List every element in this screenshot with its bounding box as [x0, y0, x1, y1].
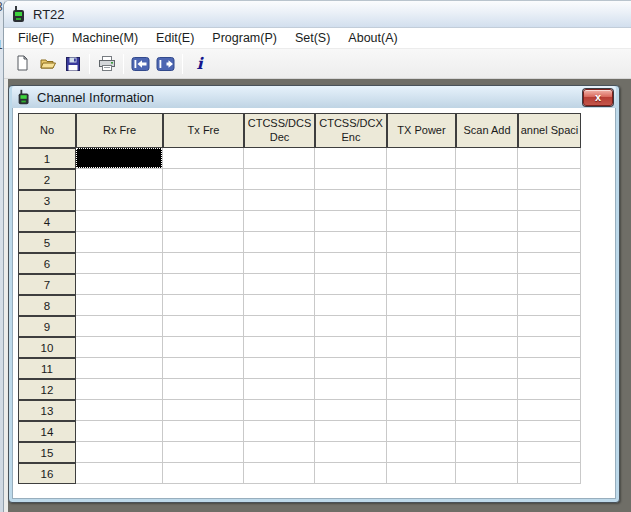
- grid-cell[interactable]: [315, 379, 387, 400]
- grid-cell[interactable]: [518, 190, 581, 211]
- grid-cell[interactable]: [456, 400, 518, 421]
- grid-cell[interactable]: [456, 316, 518, 337]
- grid-cell[interactable]: [76, 148, 163, 169]
- grid-cell[interactable]: [76, 379, 163, 400]
- grid-cell[interactable]: [315, 148, 387, 169]
- grid-cell[interactable]: [518, 148, 581, 169]
- menu-about[interactable]: About(A): [339, 29, 406, 47]
- print-button[interactable]: [94, 52, 119, 76]
- grid-cell[interactable]: [387, 379, 456, 400]
- grid-cell[interactable]: [315, 358, 387, 379]
- grid-cell[interactable]: [76, 232, 163, 253]
- grid-cell[interactable]: [244, 316, 315, 337]
- about-info-button[interactable]: i: [187, 52, 212, 76]
- grid-cell[interactable]: [315, 295, 387, 316]
- menu-edit[interactable]: Edit(E): [147, 29, 203, 47]
- grid-cell[interactable]: [76, 358, 163, 379]
- grid-cell[interactable]: [518, 295, 581, 316]
- grid-cell[interactable]: [244, 337, 315, 358]
- grid-cell[interactable]: [163, 379, 244, 400]
- grid-cell[interactable]: [518, 358, 581, 379]
- grid-cell[interactable]: [518, 274, 581, 295]
- row-number-cell[interactable]: 16: [18, 463, 76, 484]
- close-button[interactable]: x: [583, 89, 613, 106]
- row-number-cell[interactable]: 15: [18, 442, 76, 463]
- grid-cell[interactable]: [244, 274, 315, 295]
- grid-cell[interactable]: [244, 190, 315, 211]
- column-header-ctcss-dcx-enc[interactable]: CTCSS/DCX Enc: [315, 113, 387, 148]
- grid-cell[interactable]: [76, 211, 163, 232]
- write-to-radio-button[interactable]: [153, 52, 178, 76]
- grid-cell[interactable]: [315, 253, 387, 274]
- grid-cell[interactable]: [518, 232, 581, 253]
- grid-cell[interactable]: [387, 421, 456, 442]
- menu-set[interactable]: Set(S): [286, 29, 339, 47]
- grid-cell[interactable]: [163, 295, 244, 316]
- grid-cell[interactable]: [244, 358, 315, 379]
- grid-cell[interactable]: [456, 190, 518, 211]
- grid-cell[interactable]: [163, 337, 244, 358]
- grid-cell[interactable]: [456, 232, 518, 253]
- grid-cell[interactable]: [163, 421, 244, 442]
- row-number-cell[interactable]: 9: [18, 316, 76, 337]
- grid-cell[interactable]: [315, 463, 387, 484]
- grid-cell[interactable]: [163, 358, 244, 379]
- new-file-button[interactable]: [10, 52, 35, 76]
- column-header-tx-fre[interactable]: Tx Fre: [163, 113, 244, 148]
- row-number-cell[interactable]: 3: [18, 190, 76, 211]
- grid-cell[interactable]: [76, 442, 163, 463]
- grid-cell[interactable]: [387, 232, 456, 253]
- grid-cell[interactable]: [387, 316, 456, 337]
- row-number-cell[interactable]: 8: [18, 295, 76, 316]
- main-titlebar[interactable]: RT22: [4, 1, 631, 28]
- channel-window-titlebar[interactable]: Channel Information x: [12, 86, 616, 108]
- menu-machine[interactable]: Machine(M): [63, 29, 147, 47]
- grid-cell[interactable]: [163, 442, 244, 463]
- read-from-radio-button[interactable]: [128, 52, 153, 76]
- grid-cell[interactable]: [244, 295, 315, 316]
- grid-cell[interactable]: [456, 169, 518, 190]
- grid-cell[interactable]: [163, 232, 244, 253]
- row-number-cell[interactable]: 10: [18, 337, 76, 358]
- row-number-cell[interactable]: 11: [18, 358, 76, 379]
- grid-cell[interactable]: [315, 190, 387, 211]
- grid-cell[interactable]: [315, 337, 387, 358]
- grid-cell[interactable]: [456, 379, 518, 400]
- open-file-button[interactable]: [35, 52, 60, 76]
- menu-file[interactable]: File(F): [9, 29, 63, 47]
- row-number-cell[interactable]: 7: [18, 274, 76, 295]
- grid-cell[interactable]: [76, 295, 163, 316]
- grid-cell[interactable]: [315, 316, 387, 337]
- grid-cell[interactable]: [387, 463, 456, 484]
- grid-cell[interactable]: [518, 253, 581, 274]
- row-number-cell[interactable]: 14: [18, 421, 76, 442]
- column-header-scan-add[interactable]: Scan Add: [456, 113, 518, 148]
- grid-cell[interactable]: [315, 442, 387, 463]
- menu-program[interactable]: Program(P): [203, 29, 286, 47]
- grid-cell[interactable]: [244, 421, 315, 442]
- grid-cell[interactable]: [76, 190, 163, 211]
- grid-cell[interactable]: [244, 169, 315, 190]
- grid-cell[interactable]: [387, 358, 456, 379]
- grid-cell[interactable]: [76, 400, 163, 421]
- column-header-ctcss-dcs-dec[interactable]: CTCSS/DCS Dec: [244, 113, 315, 148]
- grid-cell[interactable]: [163, 400, 244, 421]
- grid-cell[interactable]: [456, 253, 518, 274]
- grid-cell[interactable]: [387, 400, 456, 421]
- grid-cell[interactable]: [387, 337, 456, 358]
- grid-cell[interactable]: [456, 421, 518, 442]
- grid-cell[interactable]: [456, 463, 518, 484]
- column-header-tx-power[interactable]: TX Power: [387, 113, 456, 148]
- grid-cell[interactable]: [163, 190, 244, 211]
- grid-cell[interactable]: [315, 421, 387, 442]
- grid-cell[interactable]: [76, 316, 163, 337]
- grid-cell[interactable]: [387, 211, 456, 232]
- grid-cell[interactable]: [163, 169, 244, 190]
- grid-cell[interactable]: [387, 295, 456, 316]
- grid-cell[interactable]: [387, 169, 456, 190]
- grid-cell[interactable]: [518, 400, 581, 421]
- grid-cell[interactable]: [387, 190, 456, 211]
- grid-cell[interactable]: [518, 442, 581, 463]
- row-number-cell[interactable]: 4: [18, 211, 76, 232]
- grid-cell[interactable]: [518, 169, 581, 190]
